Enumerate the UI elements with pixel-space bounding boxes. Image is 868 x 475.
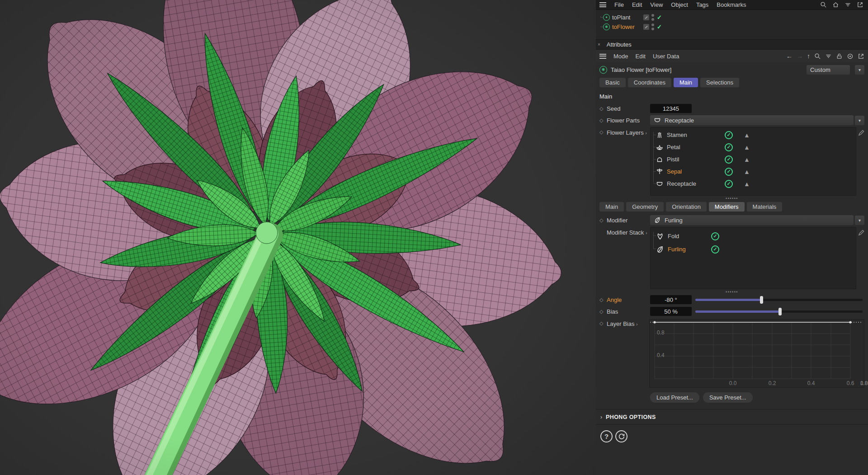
param-diamond-icon[interactable]: ◇ [599,217,607,223]
preset-dropdown[interactable]: Custom [807,65,850,75]
tab-materials[interactable]: Materials [747,202,783,212]
triangle-icon[interactable]: ▲ [744,132,750,139]
bias-slider[interactable] [695,306,864,316]
popout-icon[interactable] [858,53,864,60]
popout-icon[interactable] [857,1,863,8]
bias-input[interactable] [650,307,692,316]
triangle-icon[interactable]: ▲ [744,144,750,151]
tab-modifiers[interactable]: Modifiers [709,202,745,212]
tab-main[interactable]: Main [674,78,698,87]
enabled-check-icon[interactable]: ✓ [725,143,733,151]
viewport-3d[interactable] [0,0,596,475]
object-row-toflower[interactable]: ❋ toFlower ✓ [603,22,868,32]
flower-object-icon: ❋ [603,24,610,30]
param-diamond-icon[interactable]: ◇ [599,297,607,303]
modifier-stack-label[interactable]: Modifier Stack › [607,227,650,236]
home-icon[interactable] [832,1,839,8]
menu-mode[interactable]: Mode [613,53,628,60]
search-icon[interactable] [814,53,821,60]
reset-arrow-icon [618,433,625,440]
layer-row-sepal[interactable]: Sepal ✓ ▲ [656,165,856,178]
layer-bias-label[interactable]: Layer Bias › [607,318,649,327]
menu-view[interactable]: View [650,1,663,8]
visibility-dots-icon[interactable] [651,24,655,30]
hamburger-icon[interactable] [599,2,606,7]
phong-options-header[interactable]: › PHONG OPTIONS [596,409,868,424]
layer-row-pistil[interactable]: Pistil ✓ ▲ [656,153,856,165]
enabled-check-icon[interactable]: ✓ [657,24,662,30]
pick-pencil-icon[interactable] [858,129,865,136]
enabled-check-icon[interactable]: ✓ [657,14,662,21]
hamburger-icon[interactable] [599,54,606,59]
preset-buttons: Load Preset... Save Preset... [650,392,868,403]
help-button[interactable]: ? [600,430,613,442]
layer-edit-icon[interactable] [643,24,649,30]
triangle-icon[interactable]: ▲ [744,156,750,163]
object-row-toplant[interactable]: ✦ toPlant ✓ [603,13,868,22]
pick-pencil-icon[interactable] [858,229,865,236]
flower-parts-dropdown[interactable]: Receptacle [650,115,854,125]
tab-selections[interactable]: Selections [700,78,739,87]
resize-grip[interactable]: •••••• [596,290,868,294]
layer-row-receptacle[interactable]: Receptacle ✓ ▲ [656,178,856,190]
target-icon[interactable] [847,53,854,60]
layer-row-petal[interactable]: Petal ✓ ▲ [656,141,856,153]
filter-icon[interactable] [844,1,851,8]
chevron-down-icon[interactable]: ▾ [855,216,864,225]
param-diamond-icon[interactable]: ◇ [599,318,607,326]
tab-basic[interactable]: Basic [599,78,626,87]
menu-object[interactable]: Object [671,1,688,8]
triangle-icon[interactable]: ▲ [744,180,750,188]
load-preset-button[interactable]: Load Preset... [650,392,699,403]
layer-row-stamen[interactable]: Stamen ✓ ▲ [656,129,856,141]
seed-input[interactable] [650,104,692,113]
chevron-down-icon[interactable]: ▾ [855,116,864,125]
object-name[interactable]: toFlower [612,24,641,30]
stack-row-fold[interactable]: Fold ✓ [656,230,856,243]
object-name[interactable]: toPlant [612,14,641,21]
menu-bookmarks[interactable]: Bookmarks [717,1,746,8]
slider-handle[interactable] [760,296,763,304]
enabled-check-icon[interactable]: ✓ [725,155,733,164]
lock-icon[interactable] [836,53,843,60]
enabled-check-icon[interactable]: ✓ [725,131,733,139]
reset-button[interactable] [615,430,627,442]
up-arrow-icon[interactable]: ↑ [807,52,810,60]
filter-icon[interactable] [825,53,832,60]
enabled-check-icon[interactable]: ✓ [725,180,733,188]
enabled-check-icon[interactable]: ✓ [725,168,733,176]
tab-coordinates[interactable]: Coordinates [628,78,671,87]
angle-input[interactable] [650,295,692,304]
chevron-down-icon[interactable]: ▾ [855,65,864,75]
tab-orientation[interactable]: Orientation [666,202,707,212]
tab-geometry[interactable]: Geometry [626,202,664,212]
tab-main2[interactable]: Main [599,202,624,212]
param-diamond-icon[interactable]: ◇ [599,106,607,112]
fold-icon [656,232,664,240]
layer-bias-graph[interactable]: 0.8 0.4 0.0 0.2 0.4 0.6 0.8 1.0 [649,319,864,388]
search-icon[interactable] [820,1,827,8]
close-icon[interactable]: × [598,42,600,47]
menu-tags[interactable]: Tags [696,1,708,8]
menu-file[interactable]: File [614,1,624,8]
enabled-check-icon[interactable]: ✓ [711,245,719,254]
modifier-dropdown[interactable]: Furling [650,215,854,225]
angle-slider[interactable] [695,295,864,305]
param-diamond-icon[interactable]: ◇ [599,127,607,135]
resize-grip[interactable]: •••••• [596,197,868,200]
save-preset-button[interactable]: Save Preset... [703,392,753,403]
enabled-check-icon[interactable]: ✓ [711,232,719,240]
menu-user-data[interactable]: User Data [653,53,679,60]
triangle-icon[interactable]: ▲ [744,168,750,175]
param-diamond-icon[interactable]: ◇ [599,118,607,123]
back-arrow-icon[interactable]: ← [786,52,793,60]
layer-edit-icon[interactable] [643,14,649,20]
param-diamond-icon[interactable]: ◇ [599,309,607,315]
attributes-title-bar: × Attributes [596,40,868,50]
menu-edit[interactable]: Edit [636,53,646,60]
visibility-dots-icon[interactable] [651,14,655,21]
menu-edit[interactable]: Edit [632,1,642,8]
stack-row-furling[interactable]: Furling ✓ [656,243,856,256]
flower-layers-label[interactable]: Flower Layers › [607,127,650,136]
slider-handle[interactable] [778,308,782,315]
